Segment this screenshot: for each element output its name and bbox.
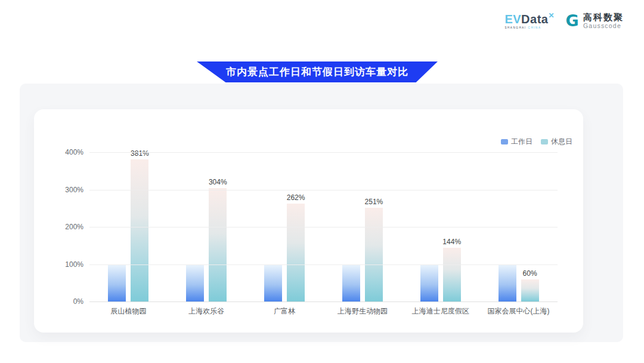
evdata-logo: EVData✕ SHANGHAI CHINA	[504, 12, 555, 30]
y-axis-tick-label: 400%	[65, 148, 83, 156]
plot-area: 381%304%262%251%144%60% 400%300%200%100%…	[89, 152, 558, 302]
gausscode-cn-name: 高科数聚	[583, 13, 624, 21]
legend-label-workday: 工作日	[511, 137, 532, 147]
x-axis-label: 辰山植物园	[89, 306, 168, 316]
x-axis-label: 上海野生动物园	[323, 306, 401, 316]
legend-swatch-workday	[501, 139, 508, 144]
gridline: 200%	[89, 227, 558, 227]
title-banner: 市内景点工作日和节假日到访车量对比	[197, 61, 438, 82]
evdata-wordmark: EVData✕	[504, 12, 555, 25]
holiday-bar: 262%	[287, 204, 305, 302]
legend-label-holiday: 休息日	[551, 137, 572, 147]
gausscode-en-name: Gausscode	[583, 23, 624, 29]
x-axis-label: 上海欢乐谷	[168, 306, 246, 316]
workday-bar	[264, 264, 282, 302]
gausscode-logo: G 高科数聚 Gausscode	[564, 13, 624, 29]
workday-bar	[108, 264, 126, 302]
gridline: 300%	[89, 190, 558, 190]
gridline: 100%	[89, 264, 558, 265]
page-title: 市内景点工作日和节假日到访车量对比	[226, 65, 408, 79]
bar-value-label: 60%	[523, 269, 537, 278]
holiday-bar: 381%	[131, 159, 148, 302]
gridline: 0%	[89, 302, 558, 302]
x-axis-labels: 辰山植物园上海欢乐谷广富林上海野生动物园上海迪士尼度假区国家会展中心(上海)	[89, 306, 558, 316]
x-axis-label: 上海迪士尼度假区	[401, 306, 479, 316]
gridline: 400%	[89, 152, 558, 153]
workday-bar	[420, 264, 438, 302]
bar-value-label: 144%	[442, 238, 461, 246]
x-axis-label: 国家会展中心(上海)	[479, 306, 558, 316]
workday-bar	[499, 264, 516, 302]
y-axis-tick-label: 300%	[65, 186, 83, 194]
legend-swatch-holiday	[541, 139, 548, 144]
holiday-bar: 251%	[365, 208, 383, 302]
chart-legend: 工作日 休息日	[501, 137, 572, 147]
holiday-bar: 60%	[521, 279, 539, 302]
legend-item-holiday[interactable]: 休息日	[541, 137, 572, 147]
workday-bar	[186, 264, 204, 302]
holiday-bar: 304%	[209, 188, 227, 302]
y-axis-tick-label: 200%	[65, 223, 83, 231]
gausscode-icon: G	[564, 13, 580, 29]
bar-value-label: 381%	[131, 149, 149, 158]
chart-card: 工作日 休息日 381%304%262%251%144%60% 400%300%…	[34, 109, 583, 333]
legend-item-workday[interactable]: 工作日	[501, 137, 532, 147]
header-logos: EVData✕ SHANGHAI CHINA G 高科数聚 Gausscode	[504, 12, 624, 30]
evdata-subtext: SHANGHAI CHINA	[504, 27, 555, 30]
bar-value-label: 262%	[287, 193, 305, 202]
bar-value-label: 251%	[365, 198, 383, 206]
evdata-x-icon: ✕	[548, 11, 555, 20]
bar-value-label: 304%	[209, 178, 227, 186]
chart-panel: 工作日 休息日 381%304%262%251%144%60% 400%300%…	[20, 84, 623, 342]
y-axis-tick-label: 100%	[65, 260, 83, 269]
x-axis-label: 广富林	[246, 306, 324, 316]
holiday-bar: 144%	[443, 248, 461, 302]
workday-bar	[342, 264, 360, 302]
y-axis-tick-label: 0%	[73, 297, 83, 306]
